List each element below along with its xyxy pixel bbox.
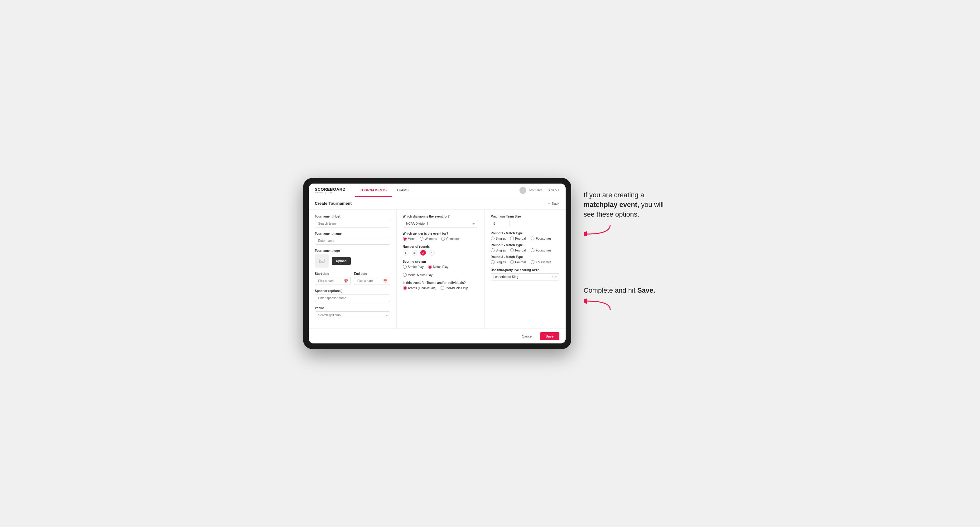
- sponsor-group: Sponsor (optional): [315, 289, 390, 302]
- outer-wrapper: SCOREBOARD Powered by clippit TOURNAMENT…: [303, 178, 677, 349]
- start-date-label: Start date: [315, 272, 351, 276]
- round1-foursomes-label: Foursomes: [536, 237, 551, 240]
- round2-foursomes[interactable]: Foursomes: [531, 248, 551, 252]
- form-header: Create Tournament ← Back: [309, 197, 566, 210]
- api-select-wrap[interactable]: Leaderboard King ✕ ▾: [491, 273, 559, 281]
- round-3-btn[interactable]: 3: [420, 250, 426, 256]
- arrow-bottom-svg: [584, 298, 612, 312]
- save-bold: Save.: [637, 286, 655, 294]
- avatar: [519, 187, 526, 194]
- gender-combined[interactable]: Combined: [441, 237, 461, 241]
- round2-singles-label: Singles: [496, 249, 506, 252]
- round1-foursomes[interactable]: Foursomes: [531, 237, 551, 240]
- scoring-match-label: Match Play: [433, 265, 449, 269]
- name-input[interactable]: [315, 237, 390, 244]
- form-col-3: Maximum Team Size Round 1 - Match Type S…: [485, 210, 566, 329]
- round-2-btn[interactable]: 2: [412, 250, 417, 256]
- arrow-top-container: [584, 222, 677, 236]
- sign-out-link[interactable]: Sign out: [548, 189, 559, 192]
- individuals-option[interactable]: Individuals Only: [441, 286, 468, 290]
- round2-match-type: Round 2 - Match Type Singles Fourball: [491, 243, 559, 252]
- end-date-label: End date: [354, 272, 390, 276]
- matchplay-bold: matchplay event,: [584, 201, 640, 208]
- round2-singles[interactable]: Singles: [491, 248, 506, 252]
- gender-mens-label: Mens: [408, 237, 415, 241]
- username: Test User: [529, 189, 542, 192]
- tab-tournaments[interactable]: TOURNAMENTS: [355, 184, 391, 197]
- cancel-button[interactable]: Cancel: [518, 332, 537, 340]
- round1-fourball[interactable]: Fourball: [510, 237, 526, 240]
- scoring-stroke-play[interactable]: Stroke Play: [403, 265, 424, 269]
- venue-input[interactable]: [315, 311, 390, 319]
- host-input[interactable]: [315, 220, 390, 227]
- name-label: Tournament name: [315, 232, 390, 235]
- end-date-group: End date 📅: [354, 272, 390, 285]
- annotations: If you are creating a matchplay event, y…: [584, 178, 677, 312]
- round1-radio-group: Singles Fourball Foursomes: [491, 237, 559, 240]
- gender-label: Which gender is the event for?: [403, 232, 478, 235]
- scoring-medal-match[interactable]: Medal Match Play: [403, 273, 433, 277]
- round3-radio-group: Singles Fourball Foursomes: [491, 260, 559, 264]
- round1-singles[interactable]: Singles: [491, 237, 506, 240]
- round3-singles-label: Singles: [496, 260, 506, 264]
- arrow-bottom-container: [584, 298, 677, 312]
- api-select-value: Leaderboard King: [493, 275, 519, 279]
- teams-label: Is this event for Teams and/or Individua…: [403, 281, 478, 284]
- scoring-medal-label: Medal Match Play: [408, 273, 433, 277]
- tablet-screen: SCOREBOARD Powered by clippit TOURNAMENT…: [309, 184, 566, 343]
- form-footer: Cancel Save: [309, 329, 566, 343]
- save-button[interactable]: Save: [540, 332, 559, 340]
- calendar-icon-2: 📅: [383, 279, 388, 283]
- start-date-group: Start date 📅: [315, 272, 351, 285]
- calendar-icon: 📅: [344, 279, 348, 283]
- back-link[interactable]: ← Back: [547, 202, 559, 205]
- round2-radio-group: Singles Fourball Foursomes: [491, 248, 559, 252]
- annotation-top-text: If you are creating a matchplay event, y…: [584, 190, 671, 219]
- logo-placeholder: [315, 254, 329, 268]
- api-select-controls: ✕ ▾: [551, 275, 557, 279]
- round1-fourball-label: Fourball: [515, 237, 526, 240]
- upload-button[interactable]: Upload: [332, 257, 351, 265]
- nav-bar: SCOREBOARD Powered by clippit TOURNAMENT…: [309, 184, 566, 197]
- start-date-wrap: 📅: [315, 277, 351, 285]
- max-team-size-label: Maximum Team Size: [491, 215, 559, 218]
- gender-mens[interactable]: Mens: [403, 237, 415, 241]
- round1-label: Round 1 - Match Type: [491, 232, 559, 235]
- round3-match-type: Round 3 - Match Type Singles Fourball: [491, 255, 559, 264]
- venue-dropdown-icon: ▾: [386, 314, 388, 317]
- rounds-buttons: 1 2 3 4: [403, 250, 478, 256]
- round3-foursomes[interactable]: Foursomes: [531, 260, 551, 264]
- tab-teams[interactable]: TEAMS: [391, 184, 414, 197]
- rounds-label: Number of rounds: [403, 245, 478, 248]
- powered-by-text: Powered by clippit: [315, 191, 346, 194]
- round-4-btn[interactable]: 4: [429, 250, 435, 256]
- round2-foursomes-label: Foursomes: [536, 249, 551, 252]
- gender-womens[interactable]: Womens: [420, 237, 437, 241]
- round1-match-type: Round 1 - Match Type Singles Fourball: [491, 232, 559, 240]
- division-select[interactable]: NCAA Division I: [403, 220, 478, 227]
- end-date-wrap: 📅: [354, 277, 390, 285]
- annotation-bottom-text: Complete and hit Save.: [584, 286, 671, 295]
- sponsor-label: Sponsor (optional): [315, 289, 390, 293]
- round2-fourball[interactable]: Fourball: [510, 248, 526, 252]
- venue-group: Venue ▾: [315, 306, 390, 319]
- scoring-group: Scoring system Stroke Play Match Play: [403, 260, 478, 277]
- annotation-top: If you are creating a matchplay event, y…: [584, 190, 677, 236]
- logo-upload-area: Upload: [315, 254, 390, 268]
- gender-radio-group: Mens Womens Combined: [403, 237, 478, 241]
- max-team-size-input[interactable]: [491, 220, 509, 227]
- teams-option[interactable]: Teams (+Individuals): [403, 286, 436, 290]
- sponsor-input[interactable]: [315, 294, 390, 302]
- round3-foursomes-label: Foursomes: [536, 260, 551, 264]
- logo-label: Tournament logo: [315, 249, 390, 252]
- round3-fourball[interactable]: Fourball: [510, 260, 526, 264]
- api-dropdown-icon[interactable]: ▾: [555, 275, 557, 279]
- round-1-btn[interactable]: 1: [403, 250, 409, 256]
- round3-singles[interactable]: Singles: [491, 260, 506, 264]
- scoring-match-play[interactable]: Match Play: [428, 265, 449, 269]
- separator: |: [544, 189, 545, 192]
- api-clear-icon[interactable]: ✕: [551, 275, 554, 279]
- logo-text: SCOREBOARD: [315, 187, 346, 191]
- tablet-frame: SCOREBOARD Powered by clippit TOURNAMENT…: [303, 178, 571, 349]
- form-title: Create Tournament: [315, 201, 352, 206]
